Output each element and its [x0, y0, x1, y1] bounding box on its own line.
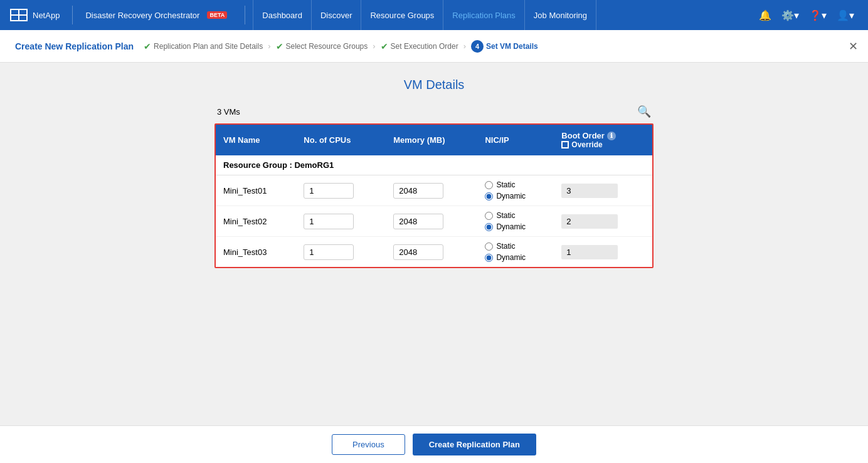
nic-dynamic-option-1[interactable]: Dynamic [485, 192, 546, 200]
wizard-step-1-label: Replication Plan and Site Details [154, 42, 263, 51]
col-boot-order: Boot Order ℹ Override [554, 125, 652, 155]
boot-order-override: Override [561, 140, 645, 149]
col-vm-name: VM Name [216, 125, 296, 155]
wizard-step-4-label: Set VM Details [486, 42, 538, 51]
cpu-input-3[interactable] [304, 244, 354, 260]
memory-cell-3 [386, 237, 477, 268]
step3-check-icon: ✔ [381, 41, 388, 51]
col-memory: Memory (MB) [386, 125, 477, 155]
vm-name-1: Mini_Test01 [216, 175, 296, 206]
boot-order-input-2[interactable] [561, 214, 618, 229]
main-content: VM Details 3 VMs 🔍 VM Name No. of CPUs M… [0, 63, 868, 425]
nic-static-radio-3[interactable] [485, 242, 493, 251]
page-title: VM Details [20, 78, 848, 92]
table-row: Mini_Test03 Static [216, 237, 652, 268]
wizard-step-2-label: Select Resource Groups [286, 42, 368, 51]
svg-rect-3 [19, 16, 26, 20]
user-button[interactable]: 👤▾ [833, 7, 858, 24]
nic-static-label-2: Static [496, 211, 515, 220]
nic-radio-group-1: Static Dynamic [485, 180, 546, 200]
boot-order-label: Boot Order [561, 131, 605, 140]
notification-button[interactable]: 🔔 [755, 7, 775, 24]
wizard-step-3-label: Set Execution Order [391, 42, 458, 51]
netapp-logo-icon [10, 9, 28, 21]
step-sep-1: › [268, 41, 270, 51]
memory-cell-2 [386, 206, 477, 237]
boot-order-header: Boot Order ℹ Override [561, 131, 645, 149]
boot-order-input-3[interactable] [561, 245, 618, 259]
nic-static-label-3: Static [496, 242, 515, 251]
boot-order-info-icon[interactable]: ℹ [607, 132, 616, 140]
step2-check-icon: ✔ [276, 41, 283, 51]
svg-rect-1 [19, 10, 26, 14]
nic-static-option-1[interactable]: Static [485, 180, 546, 189]
cpu-input-1[interactable] [304, 183, 354, 199]
wizard-steps: ✔ Replication Plan and Site Details › ✔ … [144, 40, 538, 53]
nic-dynamic-radio-3[interactable] [485, 254, 493, 262]
wizard-step-1: ✔ Replication Plan and Site Details [144, 41, 263, 51]
memory-input-3[interactable] [393, 244, 443, 260]
nav-dashboard[interactable]: Dashboard [253, 0, 312, 30]
vm-count-number: 3 [217, 107, 221, 117]
nic-dynamic-radio-1[interactable] [485, 192, 493, 200]
help-button[interactable]: ❓▾ [805, 7, 830, 24]
wizard-step-2: ✔ Select Resource Groups [276, 41, 368, 51]
boot-order-top: Boot Order ℹ [561, 131, 645, 140]
nav-app-title: NetApp [33, 11, 60, 20]
top-nav: NetApp Disaster Recovery Orchestrator BE… [0, 0, 868, 30]
table-header-row: VM Name No. of CPUs Memory (MB) NIC/IP B… [216, 125, 652, 155]
nic-static-option-2[interactable]: Static [485, 211, 546, 220]
svg-rect-2 [11, 16, 18, 20]
nic-radio-group-2: Static Dynamic [485, 211, 546, 231]
nic-dynamic-label-3: Dynamic [496, 253, 526, 262]
memory-input-1[interactable] [393, 183, 443, 199]
nic-dynamic-label-1: Dynamic [496, 192, 526, 200]
cpu-input-2[interactable] [304, 214, 354, 229]
memory-cell-1 [386, 175, 477, 206]
nic-static-radio-1[interactable] [485, 181, 493, 189]
wizard-close-button[interactable]: ✕ [849, 39, 858, 53]
footer: Previous Create Replication Plan [0, 425, 868, 463]
nic-cell-1: Static Dynamic [477, 175, 554, 206]
nav-resource-groups[interactable]: Resource Groups [361, 0, 443, 30]
wizard-title: Create New Replication Plan [15, 41, 134, 51]
nav-items: Dashboard Discover Resource Groups Repli… [253, 0, 755, 30]
table-row: Mini_Test02 Static [216, 206, 652, 237]
nic-cell-3: Static Dynamic [477, 237, 554, 268]
boot-order-input-1[interactable] [561, 184, 618, 198]
svg-rect-0 [11, 10, 18, 14]
nav-divider [72, 6, 73, 24]
nic-static-option-3[interactable]: Static [485, 242, 546, 251]
search-button[interactable]: 🔍 [637, 105, 651, 118]
wizard-header: Create New Replication Plan ✔ Replicatio… [0, 30, 868, 63]
nic-dynamic-option-3[interactable]: Dynamic [485, 253, 546, 262]
col-num-cpus: No. of CPUs [296, 125, 386, 155]
vm-name-2: Mini_Test02 [216, 206, 296, 237]
nic-static-radio-2[interactable] [485, 212, 493, 220]
boot-order-cell-1 [554, 175, 652, 206]
nic-dynamic-radio-2[interactable] [485, 223, 493, 231]
create-replication-plan-button[interactable]: Create Replication Plan [413, 434, 536, 455]
beta-badge: BETA [207, 11, 227, 19]
nav-replication-plans[interactable]: Replication Plans [443, 0, 524, 30]
table-row: Mini_Test01 Static [216, 175, 652, 206]
override-checkbox-icon [561, 141, 569, 148]
settings-button[interactable]: ⚙️▾ [778, 7, 803, 24]
resource-group-label: Resource Group : DemoRG1 [216, 155, 652, 175]
previous-button[interactable]: Previous [332, 434, 405, 455]
step1-check-icon: ✔ [144, 41, 151, 51]
nav-discover[interactable]: Discover [312, 0, 362, 30]
nic-radio-group-3: Static Dynamic [485, 242, 546, 262]
cpu-cell-1 [296, 175, 386, 206]
nic-dynamic-option-2[interactable]: Dynamic [485, 222, 546, 231]
nav-job-monitoring[interactable]: Job Monitoring [525, 0, 596, 30]
step4-num: 4 [471, 40, 484, 53]
col-nic-ip: NIC/IP [477, 125, 554, 155]
step-sep-3: › [463, 41, 466, 51]
memory-input-2[interactable] [393, 214, 443, 229]
vm-name-3: Mini_Test03 [216, 237, 296, 268]
nic-dynamic-label-2: Dynamic [496, 222, 526, 231]
vm-table-container: VM Name No. of CPUs Memory (MB) NIC/IP B… [214, 123, 654, 268]
nav-logo: NetApp Disaster Recovery Orchestrator BE… [10, 6, 227, 24]
boot-order-cell-3 [554, 237, 652, 268]
